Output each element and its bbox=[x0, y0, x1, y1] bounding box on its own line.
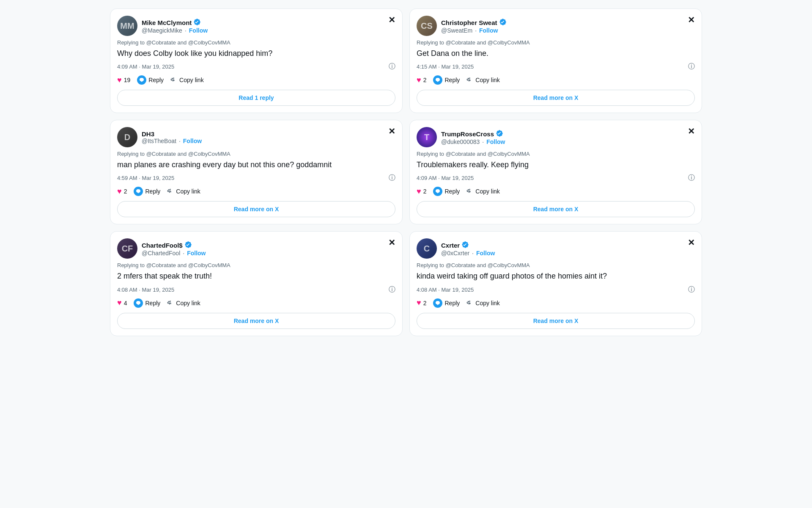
tweet-card: T TrumpRoseCross @duke000083 · Follo bbox=[409, 120, 702, 224]
follow-button[interactable]: Follow bbox=[183, 138, 202, 144]
follow-button[interactable]: Follow bbox=[187, 250, 206, 257]
copy-link-button[interactable]: Copy link bbox=[167, 187, 200, 196]
reply-label: Reply bbox=[148, 77, 164, 83]
tweet-time-text: 4:09 AM · Mar 19, 2025 bbox=[117, 64, 174, 70]
info-icon[interactable]: ⓘ bbox=[688, 62, 695, 71]
avatar[interactable]: D bbox=[117, 127, 137, 147]
read-more-button[interactable]: Read 1 reply bbox=[117, 90, 395, 106]
tweet-header-left: CF ChartedFool$ @ChartedFool · Follo bbox=[117, 238, 206, 259]
reply-button[interactable]: Reply bbox=[433, 187, 460, 196]
heart-icon: ♥ bbox=[117, 76, 122, 85]
handle-follow-row: @ItsTheBoat · Follow bbox=[142, 138, 202, 144]
reply-button[interactable]: Reply bbox=[137, 75, 164, 85]
info-icon[interactable]: ⓘ bbox=[389, 285, 395, 294]
user-name-row: Cxrter bbox=[441, 241, 495, 250]
read-more-button[interactable]: Read more on X bbox=[417, 90, 695, 106]
x-logo-button[interactable]: ✕ bbox=[688, 238, 695, 247]
tweet-header-left: T TrumpRoseCross @duke000083 · Follo bbox=[417, 127, 505, 147]
follow-button[interactable]: Follow bbox=[486, 138, 505, 145]
avatar[interactable]: CS bbox=[417, 16, 437, 36]
copy-link-button[interactable]: Copy link bbox=[466, 299, 500, 307]
tweet-header-left: CS Christopher Sweat @SweatEm · Foll bbox=[417, 16, 507, 36]
tweet-time-text: 4:08 AM · Mar 19, 2025 bbox=[417, 287, 474, 293]
tweet-header: D DH3 @ItsTheBoat · Follow bbox=[117, 127, 395, 147]
tweet-text: 2 mfers that speak the truth! bbox=[117, 271, 395, 282]
dot-separator: · bbox=[475, 27, 477, 34]
handle-follow-row: @MaegickMike · Follow bbox=[142, 27, 208, 34]
user-name: Cxrter bbox=[441, 242, 460, 249]
read-more-button[interactable]: Read more on X bbox=[417, 313, 695, 329]
reply-to: Replying to @Cobratate and @ColbyCovMMA bbox=[417, 39, 695, 46]
follow-button[interactable]: Follow bbox=[189, 27, 208, 34]
like-button[interactable]: ♥ 2 bbox=[417, 76, 426, 85]
avatar[interactable]: MM bbox=[117, 16, 137, 36]
tweet-text: man planes are crashing every day but no… bbox=[117, 160, 395, 170]
like-count: 19 bbox=[124, 77, 131, 83]
copy-label: Copy link bbox=[179, 77, 204, 83]
verified-icon bbox=[496, 130, 503, 138]
tweet-time-text: 4:08 AM · Mar 19, 2025 bbox=[117, 287, 174, 293]
dot-separator: · bbox=[183, 250, 184, 257]
info-icon[interactable]: ⓘ bbox=[389, 62, 395, 71]
reply-to: Replying to @Cobratate and @ColbyCovMMA bbox=[117, 151, 395, 157]
handle-follow-row: @0xCxrter · Follow bbox=[441, 250, 495, 257]
reply-button[interactable]: Reply bbox=[433, 75, 460, 85]
info-icon[interactable]: ⓘ bbox=[688, 285, 695, 294]
tweet-header: C Cxrter @0xCxrter · Follow bbox=[417, 238, 695, 259]
like-button[interactable]: ♥ 4 bbox=[117, 298, 127, 307]
read-more-button[interactable]: Read more on X bbox=[117, 201, 395, 217]
like-button[interactable]: ♥ 19 bbox=[117, 76, 130, 85]
like-count: 2 bbox=[423, 300, 427, 306]
x-logo-button[interactable]: ✕ bbox=[688, 127, 695, 135]
tweet-header-left: C Cxrter @0xCxrter · Follow bbox=[417, 238, 495, 259]
dot-separator: · bbox=[179, 138, 181, 144]
link-icon bbox=[466, 187, 473, 196]
heart-icon: ♥ bbox=[417, 76, 421, 85]
info-icon[interactable]: ⓘ bbox=[688, 174, 695, 182]
read-more-button[interactable]: Read more on X bbox=[417, 201, 695, 217]
like-button[interactable]: ♥ 2 bbox=[417, 298, 426, 307]
follow-button[interactable]: Follow bbox=[476, 250, 495, 257]
avatar[interactable]: C bbox=[417, 238, 437, 259]
heart-icon: ♥ bbox=[117, 298, 122, 307]
like-button[interactable]: ♥ 2 bbox=[417, 187, 426, 196]
read-more-button[interactable]: Read more on X bbox=[117, 313, 395, 329]
tweet-actions: ♥ 19 Reply Copy link bbox=[117, 75, 395, 85]
user-info: ChartedFool$ @ChartedFool · Follow bbox=[142, 241, 206, 257]
copy-link-button[interactable]: Copy link bbox=[167, 299, 200, 307]
copy-link-button[interactable]: Copy link bbox=[466, 187, 500, 196]
tweets-grid: MM Mike McClymont @MaegickMike · Fol bbox=[110, 8, 702, 336]
avatar-initials: MM bbox=[117, 16, 137, 36]
info-icon[interactable]: ⓘ bbox=[389, 174, 395, 182]
reply-button[interactable]: Reply bbox=[433, 298, 460, 308]
like-button[interactable]: ♥ 2 bbox=[117, 187, 127, 196]
x-logo-button[interactable]: ✕ bbox=[388, 238, 395, 247]
dot-separator: · bbox=[185, 27, 187, 34]
reply-bubble-icon bbox=[134, 298, 143, 308]
handle-follow-row: @duke000083 · Follow bbox=[441, 138, 505, 145]
reply-button[interactable]: Reply bbox=[134, 187, 160, 196]
avatar-initials: CS bbox=[417, 16, 437, 36]
heart-icon: ♥ bbox=[417, 298, 421, 307]
tweet-header: CS Christopher Sweat @SweatEm · Foll bbox=[417, 16, 695, 36]
tweet-header: CF ChartedFool$ @ChartedFool · Follo bbox=[117, 238, 395, 259]
x-logo-button[interactable]: ✕ bbox=[388, 16, 395, 24]
copy-link-button[interactable]: Copy link bbox=[170, 76, 204, 84]
user-handle: @MaegickMike bbox=[142, 27, 182, 34]
tweet-header: T TrumpRoseCross @duke000083 · Follo bbox=[417, 127, 695, 147]
avatar[interactable]: CF bbox=[117, 238, 137, 259]
dot-separator: · bbox=[472, 250, 474, 257]
reply-to: Replying to @Cobratate and @ColbyCovMMA bbox=[117, 262, 395, 268]
x-logo-button[interactable]: ✕ bbox=[388, 127, 395, 135]
link-icon bbox=[167, 187, 174, 196]
copy-link-button[interactable]: Copy link bbox=[466, 76, 500, 84]
avatar[interactable]: T bbox=[417, 127, 437, 147]
copy-label: Copy link bbox=[475, 77, 500, 83]
x-logo-button[interactable]: ✕ bbox=[688, 16, 695, 24]
reply-bubble-icon bbox=[134, 187, 143, 196]
reply-button[interactable]: Reply bbox=[134, 298, 160, 308]
reply-label: Reply bbox=[444, 300, 460, 306]
follow-button[interactable]: Follow bbox=[479, 27, 498, 34]
tweet-card: C Cxrter @0xCxrter · Follow bbox=[409, 231, 702, 336]
reply-to: Replying to @Cobratate and @ColbyCovMMA bbox=[417, 151, 695, 157]
